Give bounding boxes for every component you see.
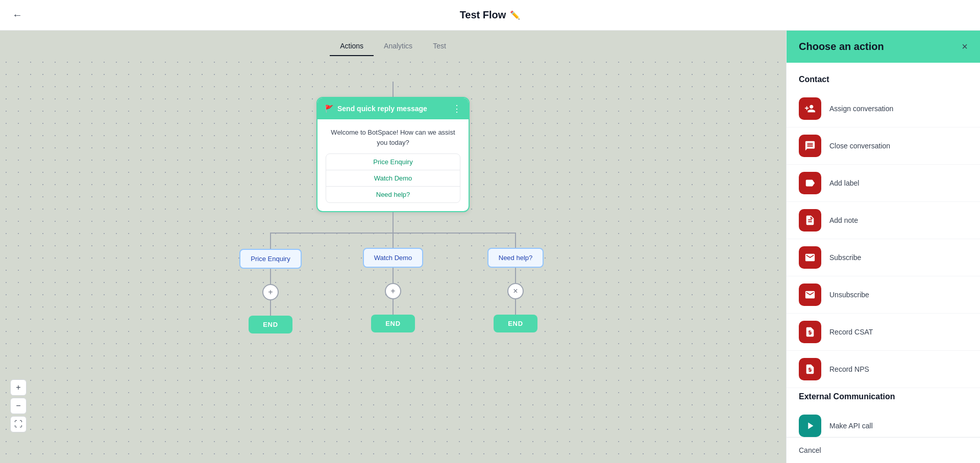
unsubscribe-icon [799, 284, 821, 306]
reply-options: Price Enquiry Watch Demo Need help? [326, 153, 460, 203]
tab-test[interactable]: Test [423, 37, 456, 56]
canvas-area: Actions Analytics Test 🚩 Send quick repl… [0, 31, 786, 463]
branch-1-v3 [270, 269, 271, 284]
node-body: Welcome to BotSpace! How can we assist y… [317, 119, 469, 211]
node-header: 🚩 Send quick reply message ⋮ [317, 98, 469, 119]
tab-bar: Actions Analytics Test [0, 31, 786, 56]
panel-close-btn[interactable]: × [962, 41, 968, 53]
assign-conversation-icon [799, 97, 821, 120]
subscribe-label: Subscribe [829, 253, 861, 262]
branch-2-end: END [371, 315, 414, 332]
main-node: 🚩 Send quick reply message ⋮ Welcome to … [316, 97, 470, 212]
connector-top [393, 82, 394, 97]
record-nps-icon [799, 358, 821, 380]
add-label-icon [799, 172, 821, 194]
panel-title: Choose an action [799, 41, 884, 53]
close-conversation-icon [799, 135, 821, 157]
assign-conversation-label: Assign conversation [829, 105, 893, 113]
close-conversation-label: Close conversation [829, 142, 890, 150]
action-record-nps[interactable]: Record NPS [787, 351, 980, 388]
panel-scroll[interactable]: Contact Assign conversation Close conver… [787, 63, 980, 437]
branch-1-v2 [270, 234, 271, 249]
app-header: ← Test Flow ✏️ [0, 0, 980, 31]
make-api-call-label: Make API call [829, 422, 873, 430]
node-header-left: 🚩 Send quick reply message [325, 105, 427, 113]
right-panel: Choose an action × Contact Assign conver… [786, 31, 980, 463]
panel-header: Choose an action × [787, 31, 980, 63]
branch-columns: Price Enquiry + END Watch Demo + [214, 233, 572, 333]
zoom-fit-btn[interactable]: ⛶ [10, 416, 27, 432]
action-unsubscribe[interactable]: Unsubscribe [787, 276, 980, 314]
node-message: Welcome to BotSpace! How can we assist y… [326, 127, 460, 147]
reply-option-1[interactable]: Price Enquiry [326, 154, 460, 170]
record-nps-label: Record NPS [829, 365, 869, 373]
branch-col-2: Watch Demo + END [337, 233, 449, 332]
action-close-conversation[interactable]: Close conversation [787, 127, 980, 165]
branch-3-v1 [515, 233, 516, 248]
flow-canvas: 🚩 Send quick reply message ⋮ Welcome to … [0, 56, 786, 463]
branch-node-1[interactable]: Price Enquiry [239, 249, 301, 269]
action-add-note[interactable]: Add note [787, 202, 980, 239]
main-container: Actions Analytics Test 🚩 Send quick repl… [0, 31, 980, 463]
reply-option-3[interactable]: Need help? [326, 187, 460, 202]
branch-3-end: END [494, 315, 537, 332]
tab-actions[interactable]: Actions [330, 37, 374, 56]
h-connector-line [271, 233, 516, 234]
page-title: Test Flow [460, 9, 506, 21]
branch-3-delete-btn[interactable]: × [507, 283, 524, 299]
node-title: Send quick reply message [337, 105, 427, 113]
action-subscribe[interactable]: Subscribe [787, 239, 980, 276]
record-csat-icon [799, 321, 821, 343]
section-external-header: External Communication [787, 388, 980, 407]
branch-2-add-btn[interactable]: + [385, 283, 401, 299]
branch-area: Price Enquiry + END Watch Demo + [214, 233, 572, 333]
flow-wrapper: 🚩 Send quick reply message ⋮ Welcome to … [163, 82, 623, 333]
unsubscribe-label: Unsubscribe [829, 291, 869, 299]
zoom-controls: + − ⛶ [10, 379, 27, 432]
branch-3-v3 [515, 299, 516, 315]
branch-1-add-btn[interactable]: + [262, 284, 279, 300]
add-note-label: Add note [829, 216, 858, 224]
branch-3-v2 [515, 268, 516, 283]
branch-col-3: Need help? × END [459, 233, 572, 332]
branch-2-v1 [393, 233, 394, 248]
subscribe-icon [799, 246, 821, 269]
back-button[interactable]: ← [12, 9, 22, 21]
section-contact-header: Contact [787, 71, 980, 90]
action-make-api-call[interactable]: Make API call [787, 407, 980, 437]
branch-node-2[interactable]: Watch Demo [363, 248, 424, 268]
connector-mid [393, 212, 394, 233]
add-label-label: Add label [829, 179, 859, 187]
edit-icon[interactable]: ✏️ [510, 10, 520, 20]
branch-1-end: END [249, 316, 292, 333]
panel-footer: Cancel [787, 437, 980, 463]
make-api-call-icon [799, 415, 821, 437]
zoom-out-btn[interactable]: − [10, 398, 27, 414]
branch-2-v3 [393, 299, 394, 315]
record-csat-label: Record CSAT [829, 328, 873, 336]
branch-1-v4 [270, 300, 271, 316]
reply-option-2[interactable]: Watch Demo [326, 170, 460, 187]
action-add-label[interactable]: Add label [787, 165, 980, 202]
branch-node-3[interactable]: Need help? [487, 248, 544, 268]
tab-analytics[interactable]: Analytics [374, 37, 423, 56]
cancel-button[interactable]: Cancel [799, 446, 821, 454]
action-record-csat[interactable]: Record CSAT [787, 314, 980, 351]
node-menu-icon[interactable]: ⋮ [452, 103, 461, 114]
add-note-icon [799, 209, 821, 232]
zoom-in-btn[interactable]: + [10, 379, 27, 396]
branch-col-1: Price Enquiry + END [214, 233, 327, 333]
branch-2-v2 [393, 268, 394, 283]
action-assign-conversation[interactable]: Assign conversation [787, 90, 980, 127]
flag-icon: 🚩 [325, 105, 333, 113]
